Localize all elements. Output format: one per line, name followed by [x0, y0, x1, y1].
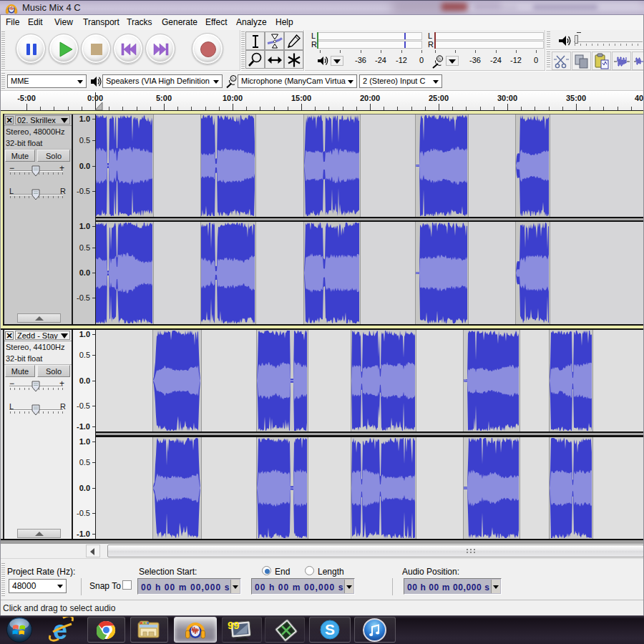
svg-text:S: S [325, 621, 335, 638]
svg-text:99: 99 [228, 619, 240, 631]
